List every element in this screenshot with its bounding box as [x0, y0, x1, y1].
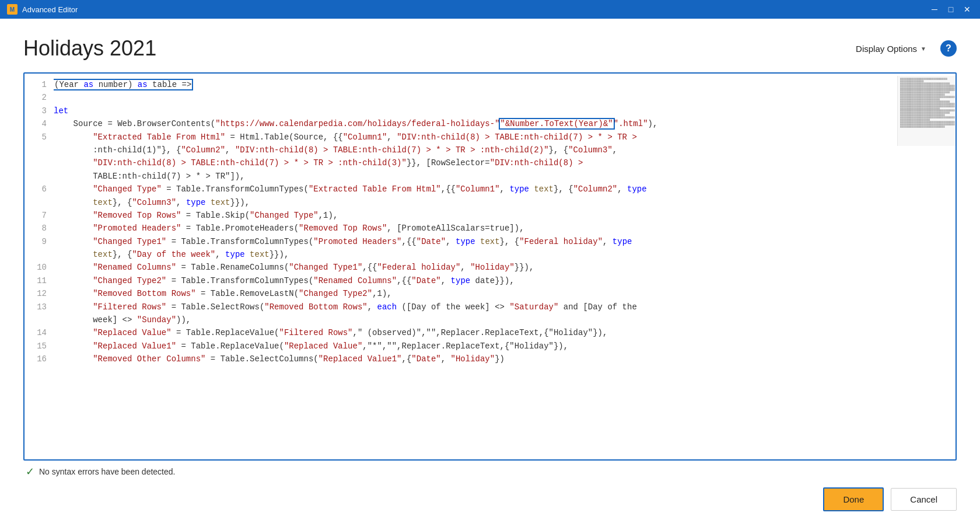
status-bar: ✓ No syntax errors have been detected. [23, 461, 957, 480]
top-row: Holidays 2021 Display Options ▼ ? [23, 36, 957, 61]
done-button[interactable]: Done [823, 487, 884, 511]
top-right-controls: Display Options ▼ ? [851, 40, 957, 57]
help-icon: ? [946, 43, 951, 54]
display-options-button[interactable]: Display Options ▼ [851, 41, 931, 56]
title-bar: M Advanced Editor ─ □ ✕ [0, 0, 980, 19]
editor-body[interactable]: 1 2 3 4 5 6 7 8 9 10 11 12 13 14 [24, 74, 956, 459]
page-title: Holidays 2021 [23, 36, 156, 61]
app-icon: M [7, 4, 18, 15]
title-bar-controls: ─ □ ✕ [929, 4, 973, 15]
line-numbers: 1 2 3 4 5 6 7 8 9 10 11 12 13 14 [24, 78, 54, 455]
bottom-row: Done Cancel [23, 480, 957, 511]
title-bar-title: Advanced Editor [22, 5, 929, 14]
chevron-down-icon: ▼ [921, 46, 926, 52]
close-button[interactable]: ✕ [961, 4, 973, 15]
main-content: Holidays 2021 Display Options ▼ ? 1 2 3 … [0, 19, 980, 523]
maximize-button[interactable]: □ [945, 4, 957, 15]
syntax-check-icon: ✓ [26, 465, 34, 478]
code-editor[interactable]: 1 2 3 4 5 6 7 8 9 10 11 12 13 14 [23, 72, 957, 461]
help-button[interactable]: ? [940, 40, 957, 57]
minimap: ██████████████████████████████████████ █… [897, 76, 956, 146]
code-content[interactable]: (Year as number) as table => let Source … [54, 78, 956, 455]
display-options-label: Display Options [856, 44, 917, 54]
status-message: No syntax errors have been detected. [39, 467, 175, 476]
cancel-button[interactable]: Cancel [891, 488, 957, 511]
minimize-button[interactable]: ─ [929, 4, 940, 15]
